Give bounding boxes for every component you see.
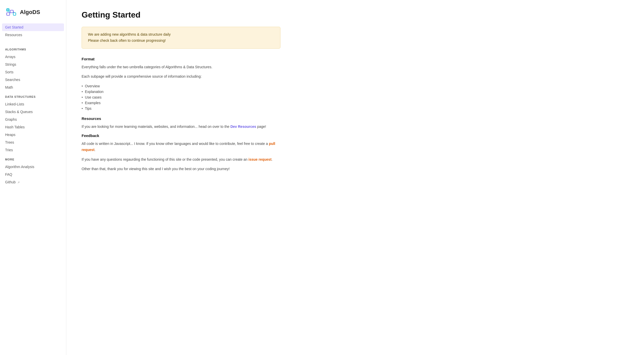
issue-request-link[interactable]: issue request bbox=[249, 157, 272, 161]
nav-item-trees[interactable]: Trees bbox=[0, 139, 66, 146]
more-section: MORE Algorithm Analysis FAQ Github ↗ bbox=[0, 154, 66, 186]
bullet-explanation: Explanation bbox=[82, 89, 280, 94]
feedback-p2-before: If you have any questions regaurding the… bbox=[82, 157, 249, 161]
bullet-examples: Examples bbox=[82, 100, 280, 106]
nav-item-resources[interactable]: Resources bbox=[0, 31, 66, 39]
nav-item-graphs[interactable]: Graphs bbox=[0, 116, 66, 123]
logo-icon bbox=[5, 6, 17, 18]
bullet-overview: Overview bbox=[82, 83, 280, 89]
sidebar: AlgoDS Get Started Resources ALGORITHMS … bbox=[0, 0, 66, 355]
svg-line-4 bbox=[10, 11, 10, 14]
svg-rect-1 bbox=[10, 10, 13, 13]
logo-text: AlgoDS bbox=[20, 9, 40, 16]
more-label: MORE bbox=[0, 154, 66, 163]
nav-item-strings[interactable]: Strings bbox=[0, 61, 66, 68]
format-section: Format Everything falls under the two um… bbox=[82, 57, 280, 112]
resources-text-after: page! bbox=[256, 125, 266, 129]
svg-point-7 bbox=[7, 9, 9, 11]
feedback-paragraph-1: All code is written in Javascript... I k… bbox=[82, 141, 280, 153]
data-structures-label: DATA STRUCTURES bbox=[0, 91, 66, 100]
svg-rect-3 bbox=[13, 13, 16, 15]
notice-line-2: Please check back often to continue prog… bbox=[88, 38, 274, 44]
nav-item-algorithm-analysis[interactable]: Algorithm Analysis bbox=[0, 163, 66, 171]
notice-line-1: We are adding new algorithms & data stru… bbox=[88, 32, 274, 38]
nav-item-tries[interactable]: Tries bbox=[0, 146, 66, 154]
resources-heading: Resources bbox=[82, 116, 280, 121]
algorithms-section: ALGORITHMS Arrays Strings Sorts Searches… bbox=[0, 44, 66, 91]
main-content: Getting Started We are adding new algori… bbox=[66, 0, 296, 355]
format-heading: Format bbox=[82, 57, 280, 61]
feedback-p2-after: . bbox=[272, 157, 273, 161]
format-paragraph-1: Everything falls under the two umbrella … bbox=[82, 64, 280, 70]
nav-item-faq[interactable]: FAQ bbox=[0, 171, 66, 178]
bullet-tips: Tips bbox=[82, 106, 280, 111]
feedback-paragraph-3: Other than that, thank you for viewing t… bbox=[82, 166, 280, 172]
nav-item-linked-lists[interactable]: Linked-Lists bbox=[0, 100, 66, 108]
bullet-use-cases: Use cases bbox=[82, 94, 280, 100]
dev-resources-link[interactable]: Dev Resources bbox=[230, 125, 256, 129]
nav-item-hash-tables[interactable]: Hash Tables bbox=[0, 123, 66, 131]
logo-area: AlgoDS bbox=[0, 6, 66, 23]
nav-item-stacks-queues[interactable]: Stacks & Queues bbox=[0, 108, 66, 116]
feedback-p1-after: . bbox=[95, 148, 96, 152]
feedback-p1-before: All code is written in Javascript... I k… bbox=[82, 142, 269, 146]
nav-item-get-started[interactable]: Get Started bbox=[2, 23, 64, 31]
data-structures-section: DATA STRUCTURES Linked-Lists Stacks & Qu… bbox=[0, 91, 66, 154]
nav-item-searches[interactable]: Searches bbox=[0, 76, 66, 84]
notice-box: We are adding new algorithms & data stru… bbox=[82, 27, 280, 49]
nav-item-github[interactable]: Github ↗ bbox=[0, 178, 66, 186]
format-paragraph-2: Each subpage will provide a comprehensiv… bbox=[82, 74, 280, 80]
resources-section: Resources If you are looking for more le… bbox=[82, 116, 280, 130]
external-link-icon: ↗ bbox=[17, 181, 20, 184]
resources-text-before: If you are looking for more learning mat… bbox=[82, 125, 230, 129]
feedback-section: Feedback All code is written in Javascri… bbox=[82, 133, 280, 172]
page-title: Getting Started bbox=[82, 10, 280, 20]
sidebar-top-nav: Get Started Resources bbox=[0, 23, 66, 44]
nav-item-sorts[interactable]: Sorts bbox=[0, 68, 66, 76]
nav-item-math[interactable]: Math bbox=[0, 84, 66, 91]
feedback-paragraph-2: If you have any questions regaurding the… bbox=[82, 157, 280, 163]
resources-paragraph: If you are looking for more learning mat… bbox=[82, 124, 280, 130]
format-bullet-list: Overview Explanation Use cases Examples … bbox=[82, 83, 280, 111]
algorithms-label: ALGORITHMS bbox=[0, 44, 66, 53]
svg-rect-0 bbox=[7, 13, 10, 15]
nav-item-heaps[interactable]: Heaps bbox=[0, 131, 66, 139]
nav-item-arrays[interactable]: Arrays bbox=[0, 53, 66, 61]
feedback-heading: Feedback bbox=[82, 133, 280, 138]
